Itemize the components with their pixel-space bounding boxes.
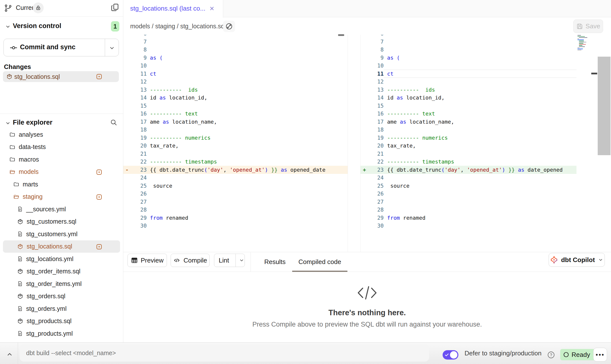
tab-compiled-code[interactable]: Compiled code <box>297 252 343 272</box>
tab-stg-locations[interactable]: stg_locations.sql (last co... × <box>123 0 223 17</box>
code-line-17: 17ame as location_name, <box>123 118 348 126</box>
file-name: stg_locations.sql <box>27 243 72 250</box>
file-icon <box>17 281 23 287</box>
version-control-title[interactable]: Version control <box>13 22 61 30</box>
close-icon[interactable]: × <box>210 4 214 13</box>
diff-editor-left-pane[interactable]: 6789as (1011ct1213---------- ids14id as … <box>123 35 348 252</box>
file-explorer-title[interactable]: File explorer <box>13 119 53 126</box>
code-line-7: 7 <box>360 38 576 46</box>
commit-and-sync-button[interactable]: Commit and sync <box>3 39 119 56</box>
git-branch-icon <box>4 4 12 12</box>
save-label: Save <box>586 22 600 30</box>
code-line-21: 21 <box>360 150 576 158</box>
preview-label: Preview <box>141 257 163 264</box>
file-row-stg_orders.sql[interactable]: stg_orders.sql <box>3 290 120 303</box>
file-name: stg_customers.sql <box>27 218 76 225</box>
editor-scrollbar-thumb[interactable] <box>598 57 611 155</box>
file-row-stg_orders.yml[interactable]: stg_orders.yml <box>3 302 120 315</box>
code-line-15: 15 <box>360 102 576 110</box>
code-line-24: 24 <box>123 174 348 182</box>
status-badge: Ready <box>560 349 595 360</box>
file-name: stg_order_items.yml <box>26 280 82 287</box>
minimap[interactable] <box>577 35 591 51</box>
code-line-27: 27 <box>123 198 348 206</box>
defer-toggle[interactable] <box>443 350 458 360</box>
code-line-22: 22---------- timestamps <box>360 158 576 166</box>
code-line-20: 20tax_rate, <box>123 142 348 150</box>
file-row-stg_locations.sql[interactable]: stg_locations.sql <box>3 240 120 253</box>
code-line-21: 21 <box>123 150 348 158</box>
dbt-copilot-button[interactable]: dbt Copilot <box>549 253 605 267</box>
lint-button[interactable]: Lint <box>214 254 245 267</box>
left-pane-scrollbar-thumb[interactable] <box>338 34 344 36</box>
file-row-data-tests[interactable]: data-tests <box>3 141 120 153</box>
file-row-stg_order_items.yml[interactable]: stg_order_items.yml <box>3 278 120 290</box>
code-line-12: 12 <box>123 78 348 86</box>
file-name: models <box>19 168 39 175</box>
defer-label: Defer to staging/production <box>465 342 541 364</box>
chevron-up-icon[interactable] <box>6 351 13 358</box>
chevron-down-icon[interactable] <box>109 45 115 51</box>
code-line-25: 25 source <box>123 182 348 190</box>
file-row-stg_locations.yml[interactable]: stg_locations.yml <box>3 253 120 265</box>
code-line-10: 10 <box>360 62 576 70</box>
tab-results[interactable]: Results <box>260 252 290 272</box>
file-row-staging[interactable]: staging <box>3 191 120 203</box>
model-icon <box>17 219 23 225</box>
chevron-down-icon[interactable] <box>239 258 245 263</box>
file-name: stg_products.yml <box>26 330 73 337</box>
changes-file-row[interactable]: stg_locations.sql <box>3 71 119 82</box>
diff-overview-marker <box>591 73 597 74</box>
empty-state-title: There's nothing here. <box>123 308 611 317</box>
file-row-stg_customers.yml[interactable]: stg_customers.yml <box>3 228 120 240</box>
chevron-down-icon[interactable] <box>5 24 11 30</box>
code-line-8: 8 <box>360 46 576 54</box>
help-icon[interactable]: ? <box>547 351 555 359</box>
lineage-compass-icon <box>225 23 233 30</box>
file-row-analyses[interactable]: analyses <box>3 128 120 141</box>
svg-text:?: ? <box>550 353 552 357</box>
file-row-marts[interactable]: marts <box>3 178 120 191</box>
search-icon[interactable] <box>110 119 117 126</box>
code-line-30: 30 <box>360 222 576 230</box>
folder-open-icon <box>9 169 15 175</box>
file-row-stg_products.sql[interactable]: stg_products.sql <box>3 315 120 328</box>
dbt-copilot-icon <box>550 256 558 264</box>
code-line-17: 17ame as location_name, <box>360 118 576 126</box>
code-line-26: 26 <box>360 190 576 198</box>
active-line-highlight <box>384 70 576 78</box>
compile-button[interactable]: Compile <box>171 254 210 267</box>
commit-icon <box>10 44 18 52</box>
chevron-down-icon[interactable] <box>5 120 11 126</box>
breadcrumb[interactable]: models / staging / stg_locations.sql <box>130 17 226 35</box>
file-row-macros[interactable]: macros <box>3 153 120 166</box>
code-line-29: 29from renamed <box>123 214 348 222</box>
preview-button[interactable]: Preview <box>127 254 167 267</box>
changes-count-badge: 1 <box>111 21 119 32</box>
code-line-10: 10 <box>123 62 348 70</box>
lineage-button[interactable] <box>223 21 235 32</box>
save-button[interactable]: Save <box>573 19 603 33</box>
code-line-28: 28 <box>360 206 576 214</box>
file-row-stg_products.yml[interactable]: stg_products.yml <box>3 327 120 340</box>
check-icon <box>445 353 449 357</box>
code-line-27: 27 <box>360 198 576 206</box>
copy-icon[interactable] <box>109 2 120 13</box>
diff-editor-right-pane[interactable]: 6789as (1011ct1213---------- ids14id as … <box>360 35 576 252</box>
file-name: staging <box>23 193 43 200</box>
file-icon <box>17 306 23 312</box>
file-row-stg_order_items.sql[interactable]: stg_order_items.sql <box>3 265 120 278</box>
model-cube-icon <box>6 74 12 80</box>
code-line-24: 24 <box>360 174 576 182</box>
code-line-29: 29from renamed <box>360 214 576 222</box>
file-row-__sources.yml[interactable]: __sources.yml <box>3 203 120 215</box>
file-row-stg_customers.sql[interactable]: stg_customers.sql <box>3 215 120 228</box>
code-line-20: 20tax_rate, <box>360 142 576 150</box>
file-row-models[interactable]: models <box>3 166 120 178</box>
file-icon <box>17 206 23 212</box>
ready-label: Ready <box>572 351 590 359</box>
command-input[interactable] <box>20 344 429 362</box>
code-line-7: 7 <box>123 38 348 46</box>
more-options-button[interactable]: ••• <box>593 348 607 362</box>
code-line-14: 14id as location_id, <box>360 94 576 102</box>
